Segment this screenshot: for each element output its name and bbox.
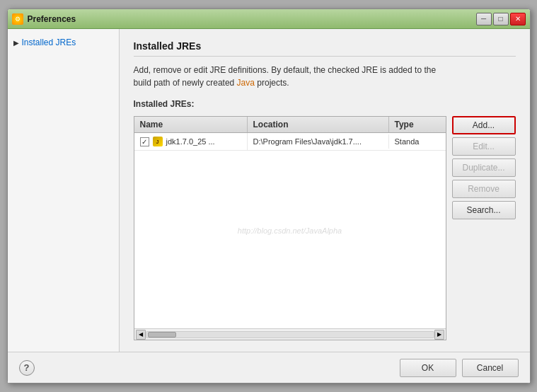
title-bar: ⚙ Preferences ─ □ ✕ [8, 9, 530, 29]
table-body: ✓ J jdk1.7.0_25 ... D:\Program Files\Jav… [134, 133, 446, 151]
sidebar: ▶ Installed JREs [8, 29, 120, 352]
remove-button[interactable]: Remove [452, 180, 516, 198]
maximize-button[interactable]: □ [493, 13, 509, 25]
main-panel: Installed JREs Add, remove or edit JRE d… [120, 29, 530, 352]
bottom-bar: ? OK Cancel [8, 352, 530, 383]
description-highlight: Java [237, 78, 255, 88]
sidebar-arrow-icon: ▶ [13, 39, 19, 47]
installed-jres-label: Installed JREs: [134, 99, 516, 109]
sidebar-item-label: Installed JREs [22, 38, 76, 47]
table-and-buttons: Name Location Type ✓ [134, 116, 516, 340]
jre-name: jdk1.7.0_25 ... [166, 137, 215, 146]
cell-type: Standa [389, 134, 446, 149]
row-checkbox[interactable]: ✓ [140, 137, 149, 146]
close-button[interactable]: ✕ [510, 13, 526, 25]
jre-table: Name Location Type ✓ [134, 116, 446, 340]
content-area: ▶ Installed JREs Installed JREs Add, rem… [8, 29, 530, 352]
col-location: Location [248, 117, 389, 132]
panel-description: Add, remove or edit JRE definitions. By … [134, 64, 516, 89]
window-controls: ─ □ ✕ [476, 13, 526, 25]
cell-name: ✓ J jdk1.7.0_25 ... [134, 133, 248, 150]
panel-title: Installed JREs [134, 40, 516, 57]
description-text-3: projects. [255, 78, 289, 88]
scroll-right-arrow[interactable]: ▶ [434, 330, 444, 340]
scroll-thumb[interactable] [148, 332, 176, 338]
cancel-button[interactable]: Cancel [462, 359, 519, 377]
scroll-left-arrow[interactable]: ◀ [136, 330, 146, 340]
minimize-button[interactable]: ─ [476, 13, 492, 25]
duplicate-button[interactable]: Duplicate... [452, 158, 516, 177]
col-name: Name [134, 117, 248, 132]
sidebar-item-installed-jres[interactable]: ▶ Installed JREs [8, 35, 119, 50]
ok-button[interactable]: OK [400, 359, 456, 377]
action-buttons: Add... Edit... Duplicate... Remove Searc… [452, 116, 516, 340]
preferences-window: ⚙ Preferences ─ □ ✕ ▶ Installed JREs Ins… [7, 8, 531, 384]
jre-icon-img: J [153, 137, 163, 146]
description-text-2: build path of newly created [134, 78, 237, 88]
col-type: Type [389, 117, 446, 132]
help-icon[interactable]: ? [19, 360, 35, 376]
search-button[interactable]: Search... [452, 201, 516, 219]
table-scroll-area: ✓ J jdk1.7.0_25 ... D:\Program Files\Jav… [134, 133, 446, 328]
add-button[interactable]: Add... [452, 116, 516, 134]
watermark: http://blog.csdn.net/JavaAlpha [238, 226, 342, 235]
bottom-buttons: OK Cancel [400, 359, 519, 377]
title-bar-left: ⚙ Preferences [12, 13, 76, 25]
cell-name-content: ✓ J jdk1.7.0_25 ... [140, 136, 241, 147]
window-icon: ⚙ [12, 13, 23, 25]
description-text-1: Add, remove or edit JRE definitions. By … [134, 65, 437, 75]
window-title: Preferences [28, 14, 76, 24]
table-header: Name Location Type [134, 117, 446, 133]
scroll-track[interactable] [146, 331, 434, 338]
table-row[interactable]: ✓ J jdk1.7.0_25 ... D:\Program Files\Jav… [134, 133, 446, 151]
cell-location: D:\Program Files\Java\jdk1.7.... [248, 134, 389, 149]
horizontal-scrollbar[interactable]: ◀ ▶ [134, 328, 446, 340]
edit-button[interactable]: Edit... [452, 137, 516, 156]
jre-icon: J [152, 136, 163, 147]
